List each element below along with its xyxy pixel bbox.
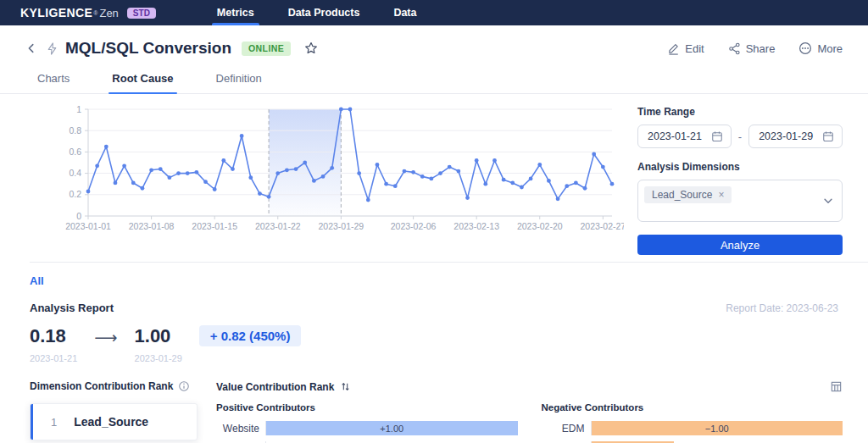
value-change-row: 0.18 2023-01-21 ⟶ 1.00 2023-01-29 + 0.82… <box>30 325 838 363</box>
table-icon <box>830 380 843 393</box>
right-arrow-icon: ⟶ <box>94 325 117 347</box>
edit-button[interactable]: Edit <box>667 42 704 55</box>
svg-text:0.6: 0.6 <box>69 147 81 157</box>
time-range-label: Time Range <box>637 106 843 118</box>
analysis-dimensions-label: Analysis Dimensions <box>637 161 843 173</box>
edit-label: Edit <box>685 42 704 55</box>
svg-text:2023-01-29: 2023-01-29 <box>318 221 364 231</box>
negative-contributors-heading: Negative Contributors <box>542 402 843 413</box>
chip-remove-icon[interactable]: × <box>718 190 724 200</box>
analysis-controls-panel: Time Range 2023-01-21 - 2023-01-29 Analy… <box>637 101 843 255</box>
svg-text:2023-01-15: 2023-01-15 <box>192 221 237 231</box>
report-date: Report Date: 2023-06-23 <box>726 302 838 314</box>
value-rank-column: Value Contribution Rank Positive Contrib… <box>216 380 843 443</box>
end-value-date: 2023-01-29 <box>135 353 182 363</box>
dimension-rank-column: Dimension Contribution Rank 1 Lead_Sourc… <box>30 380 198 443</box>
date-range-row: 2023-01-21 - 2023-01-29 <box>637 125 843 148</box>
start-date-input[interactable]: 2023-01-21 <box>637 125 732 148</box>
filter-all-link[interactable]: All <box>30 274 44 287</box>
svg-text:0.4: 0.4 <box>69 168 81 178</box>
svg-text:0.8: 0.8 <box>69 125 81 136</box>
contribution-bar: −1.00 <box>592 421 843 435</box>
change-badge: + 0.82 (450%) <box>199 325 302 346</box>
back-icon[interactable] <box>25 42 37 54</box>
pencil-icon <box>667 42 680 55</box>
contribution-section: Dimension Contribution Rank 1 Lead_Sourc… <box>30 380 843 443</box>
info-icon[interactable] <box>178 380 190 392</box>
bar-track: −1.00 <box>591 421 843 435</box>
analyze-button[interactable]: Analyze <box>637 235 843 255</box>
contribution-value: +1.00 <box>380 424 403 434</box>
top-nav: KYLIGENCE ® Zen STD Metrics Data Product… <box>0 0 868 25</box>
dimension-rank-heading: Dimension Contribution Rank <box>30 380 173 392</box>
analysis-report-section: Analysis Report Report Date: 2023-06-23 … <box>30 302 838 363</box>
nav-item-metrics[interactable]: Metrics <box>200 0 271 25</box>
negative-contributors-column: Negative Contributors EDM −1.00 Event −0… <box>542 402 843 443</box>
circle-ellipsis-icon <box>798 42 812 55</box>
metric-line-chart[interactable]: 00.20.40.60.812023-01-012023-01-082023-0… <box>25 101 624 235</box>
share-button[interactable]: Share <box>728 42 776 55</box>
contribution-bar: +1.00 <box>266 421 518 435</box>
dimension-chip-lead-source: Lead_Source × <box>644 186 732 203</box>
status-badge: ONLINE <box>242 42 291 56</box>
share-label: Share <box>746 42 776 55</box>
page-header: MQL/SQL Conversion ONLINE Edit Share Mor… <box>0 25 868 66</box>
svg-text:2023-02-13: 2023-02-13 <box>453 221 499 231</box>
table-view-toggle[interactable] <box>830 380 843 393</box>
svg-text:2023-02-27: 2023-02-27 <box>580 221 624 231</box>
dimension-rank-item-lead-source[interactable]: 1 Lead_Source <box>30 403 198 440</box>
svg-text:2023-01-08: 2023-01-08 <box>129 221 175 231</box>
logo[interactable]: KYLIGENCE ® Zen STD <box>20 6 156 19</box>
contributor-name: EDM <box>542 423 591 435</box>
contribution-value: −1.00 <box>705 424 729 434</box>
page-title: MQL/SQL Conversion <box>65 39 231 58</box>
chart-area: 00.20.40.60.812023-01-012023-01-082023-0… <box>25 101 624 255</box>
root-cause-main: 00.20.40.60.812023-01-012023-01-082023-0… <box>0 94 868 255</box>
analysis-report-heading: Analysis Report <box>30 302 114 314</box>
contributor-row-website[interactable]: Website +1.00 <box>216 421 518 435</box>
calendar-icon <box>711 130 723 142</box>
svg-text:2023-01-22: 2023-01-22 <box>255 221 301 231</box>
positive-contributors-column: Positive Contributors Website +1.00 Inbo… <box>216 402 518 443</box>
section-divider <box>30 262 868 263</box>
value-rank-heading: Value Contribution Rank <box>216 381 334 393</box>
svg-text:2023-02-20: 2023-02-20 <box>517 221 563 231</box>
more-label: More <box>817 42 843 55</box>
dimensions-multiselect[interactable]: Lead_Source × <box>637 180 843 222</box>
primary-nav: Metrics Data Products Data <box>200 0 434 25</box>
calendar-icon <box>822 130 834 142</box>
zap-icon <box>46 42 58 55</box>
start-value: 0.18 <box>30 325 77 347</box>
sort-icon[interactable] <box>340 381 351 392</box>
end-date-input[interactable]: 2023-01-29 <box>748 125 843 148</box>
rank-accent-bar <box>31 404 33 440</box>
rank-number: 1 <box>51 416 57 429</box>
svg-text:0: 0 <box>76 211 81 221</box>
start-date-value: 2023-01-21 <box>648 130 702 142</box>
contributor-row-edm[interactable]: EDM −1.00 <box>542 421 843 435</box>
bar-track: +1.00 <box>265 421 518 435</box>
svg-text:2023-01-01: 2023-01-01 <box>65 221 111 231</box>
end-value: 1.00 <box>135 325 182 347</box>
tab-definition[interactable]: Definition <box>214 66 264 93</box>
favorite-star-icon[interactable] <box>304 42 318 55</box>
nav-item-data[interactable]: Data <box>376 0 433 25</box>
svg-text:0.2: 0.2 <box>69 189 81 199</box>
nav-item-data-products[interactable]: Data Products <box>271 0 377 25</box>
registered-mark: ® <box>93 10 97 16</box>
dimension-chip-label: Lead_Source <box>652 189 712 201</box>
rank-name: Lead_Source <box>74 415 148 429</box>
contributor-name: Website <box>216 423 265 435</box>
chevron-down-icon[interactable] <box>822 195 834 207</box>
logo-text: KYLIGENCE <box>20 6 92 19</box>
header-actions: Edit Share More <box>667 42 843 55</box>
end-date-value: 2023-01-29 <box>759 130 813 142</box>
share-nodes-icon <box>728 42 741 55</box>
tab-root-cause[interactable]: Root Cause <box>110 66 175 93</box>
tab-charts[interactable]: Charts <box>36 66 71 93</box>
svg-text:1: 1 <box>76 104 81 114</box>
logo-zen-text: Zen <box>99 7 118 19</box>
start-value-date: 2023-01-21 <box>30 353 77 363</box>
svg-text:2023-02-06: 2023-02-06 <box>391 221 437 231</box>
more-button[interactable]: More <box>798 42 843 55</box>
